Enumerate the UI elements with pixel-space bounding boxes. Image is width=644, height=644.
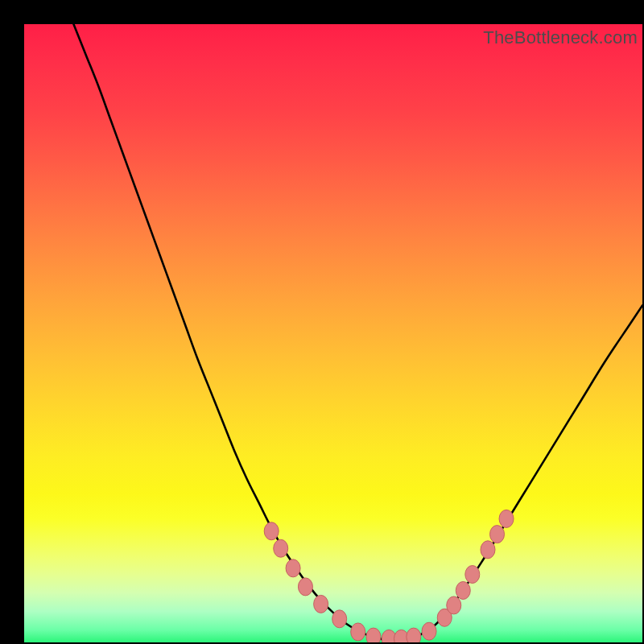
bottleneck-curve <box>73 24 642 640</box>
curve-bead <box>286 559 300 577</box>
curve-bead <box>447 597 461 614</box>
chart-frame: TheBottleneck.com <box>0 0 644 644</box>
curve-bead <box>481 541 495 559</box>
curve-bead <box>264 522 279 540</box>
curve-beads-group <box>264 510 514 642</box>
curve-bead <box>366 628 381 642</box>
curve-bead <box>332 610 347 628</box>
curve-bead <box>407 628 421 642</box>
curve-bead <box>499 510 514 527</box>
curve-bead <box>298 578 312 596</box>
curve-bead <box>437 609 452 626</box>
chart-plot-area: TheBottleneck.com <box>24 24 642 642</box>
curve-bead <box>422 622 436 640</box>
curve-bead <box>314 595 328 613</box>
curve-bead <box>351 623 365 641</box>
chart-svg <box>24 24 642 642</box>
curve-bead <box>465 566 480 584</box>
watermark-text: TheBottleneck.com <box>483 27 638 48</box>
curve-bead <box>394 630 408 642</box>
curve-bead <box>382 630 396 642</box>
curve-bead <box>274 539 288 557</box>
curve-bead <box>456 581 470 599</box>
curve-bead <box>490 526 505 543</box>
